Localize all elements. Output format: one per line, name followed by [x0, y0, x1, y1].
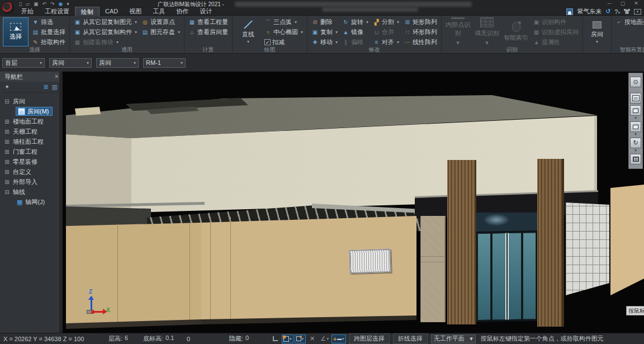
expand-icon[interactable]: ⊞: [4, 149, 10, 155]
dynamic-input-toggle[interactable]: +▬▾: [332, 334, 346, 343]
smart-index-button[interactable]: 智能索引: [503, 17, 529, 46]
panel-view-icon[interactable]: ▥: [52, 83, 58, 91]
sidebar-item-external-import[interactable]: ⊞外部导入: [0, 177, 62, 187]
maximize-icon[interactable]: ▢: [616, 0, 629, 7]
offset-button[interactable]: ∥偏移: [341, 37, 370, 47]
save-element-button[interactable]: ▤图元存盘: [140, 27, 181, 37]
orbit-button[interactable]: ⊙: [630, 77, 641, 87]
minimize-icon[interactable]: ─: [603, 0, 616, 7]
view-iso-button[interactable]: [630, 121, 641, 132]
view-room-quantity-button[interactable]: ⌂查看房间量: [187, 27, 229, 37]
ucs-toggle[interactable]: [269, 334, 281, 343]
chevron-down-icon[interactable]: ▾: [634, 132, 637, 136]
expand-icon[interactable]: ⊞: [4, 119, 10, 125]
sidebar-item-wall-column-works[interactable]: ⊞墙柱面工程: [0, 136, 62, 147]
sidebar-item-custom[interactable]: ⊞自定义: [0, 167, 62, 177]
tab-view[interactable]: 视图: [124, 7, 147, 16]
tab-project-settings[interactable]: 工程设置: [39, 7, 75, 16]
chevron-down-icon[interactable]: ▾: [634, 148, 637, 152]
align-button[interactable]: ≡对齐: [372, 37, 400, 47]
floor-select[interactable]: 首层▾: [2, 58, 45, 68]
table-view-button[interactable]: [630, 154, 641, 164]
three-point-arc-button[interactable]: ⌒三点弧: [263, 17, 304, 27]
sidebar-item-axis-grid[interactable]: ▦轴网(J): [0, 197, 62, 207]
select-tool-button[interactable]: 选择: [3, 17, 29, 46]
open-folder-icon[interactable]: ▱: [26, 1, 30, 7]
collapse-ribbon-icon[interactable]: ▾: [634, 9, 641, 15]
customize-toolbar-icon[interactable]: ▾: [67, 1, 69, 7]
undo-icon[interactable]: ↶: [42, 1, 46, 7]
locate-icon[interactable]: ✦: [4, 83, 10, 91]
generate-by-floor-button[interactable]: ⌐按地面生成: [614, 17, 644, 27]
copy-button[interactable]: ▣复制: [310, 27, 339, 37]
user-avatar[interactable]: [566, 8, 573, 15]
polar-tracking-toggle[interactable]: ∠▾: [319, 334, 330, 343]
tab-tools[interactable]: 工具: [147, 7, 171, 16]
theme-icon[interactable]: [624, 9, 630, 14]
deduction-checkbox[interactable]: ✓扣减: [263, 37, 304, 47]
user-name[interactable]: 紫气东来: [577, 7, 602, 16]
category-select[interactable]: 房间▾: [49, 58, 92, 68]
mirror-button[interactable]: ▲镜像: [341, 27, 370, 37]
fill-recognize-button[interactable]: 填充识别 ▾: [473, 17, 500, 46]
redo-icon[interactable]: ↷: [50, 1, 55, 7]
app-logo-icon[interactable]: [2, 2, 14, 14]
sidebar-item-axis[interactable]: ⊟轴线: [0, 187, 62, 197]
sidebar-splitter[interactable]: [59, 72, 62, 333]
refresh-view-button[interactable]: ↻: [630, 138, 641, 148]
expand-icon[interactable]: ⊞: [4, 159, 10, 165]
sync-icon[interactable]: ↺: [605, 8, 610, 15]
inner-point-recognize-button[interactable]: 内部点识别 ▾: [444, 17, 471, 46]
pick-component-button[interactable]: ✎拾取构件: [31, 37, 67, 47]
create-deco-block-button[interactable]: ▦创建装饰块: [73, 37, 138, 47]
room-button[interactable]: 房间 ▾: [586, 17, 608, 46]
chevron-down-icon[interactable]: ▾: [634, 116, 637, 120]
line-array-button[interactable]: ⋯线性阵列: [402, 37, 438, 47]
help-icon[interactable]: ?▾: [614, 8, 620, 15]
erase-button[interactable]: ⊘删除: [310, 17, 339, 27]
filter-button[interactable]: ▼筛选: [31, 17, 67, 27]
workplane-select[interactable]: 无工作平面▾: [431, 334, 476, 343]
split-button[interactable]: ▞分割: [372, 17, 400, 27]
sidebar-close-icon[interactable]: ✕: [54, 74, 59, 79]
rotate-button[interactable]: ↻旋转: [341, 17, 370, 27]
copy-from-other-layer-component-button[interactable]: ▣从其它层复制构件: [73, 27, 138, 37]
element-select[interactable]: RM-1▾: [143, 58, 186, 68]
expand-icon[interactable]: ⊞: [4, 129, 10, 135]
ring-array-button[interactable]: ∷环形阵列: [402, 27, 438, 37]
sidebar-item-door-window-works[interactable]: ⊞门窗工程: [0, 147, 62, 157]
expand-icon[interactable]: ⊞: [4, 169, 10, 175]
sidebar-item-room-group[interactable]: ⊟房间: [0, 96, 62, 106]
crosshair-toggle[interactable]: ✕: [307, 334, 318, 343]
list-view-icon[interactable]: ≣: [43, 83, 48, 91]
view-3d-button[interactable]: [630, 105, 641, 116]
tab-collaborate[interactable]: 协作: [171, 7, 194, 16]
tab-design[interactable]: 设计: [194, 7, 217, 16]
polyline-select-button[interactable]: 折线选择: [393, 333, 428, 344]
collapse-icon[interactable]: ⊟: [4, 98, 10, 105]
tab-start[interactable]: 开始: [16, 7, 39, 16]
set-origin-button[interactable]: ◎设置原点: [140, 17, 181, 27]
expand-icon[interactable]: ⊞: [4, 179, 10, 185]
snap-toggle[interactable]: ▾: [282, 334, 293, 343]
line-tool-button[interactable]: 直线 ▾: [235, 17, 261, 46]
cross-layer-select-button[interactable]: 跨图层选择: [349, 333, 390, 344]
save-icon[interactable]: ▣: [34, 1, 39, 7]
sidebar-item-room-m[interactable]: ⌂房间(M): [0, 106, 62, 116]
close-icon[interactable]: ✕: [629, 0, 643, 7]
merge-button[interactable]: ⊔合并: [372, 27, 400, 37]
rect-array-button[interactable]: ⊞矩形阵列: [402, 17, 438, 27]
object-snap-3d-toggle[interactable]: ▾: [295, 334, 306, 343]
cloud-icon[interactable]: ◉: [58, 1, 63, 7]
expand-icon[interactable]: ⊞: [4, 139, 10, 145]
sidebar-item-ceiling-works[interactable]: ⊞天棚工程: [0, 126, 62, 136]
tab-draw[interactable]: 绘制: [75, 7, 100, 16]
view-quantity-button[interactable]: ▦查看工程量: [187, 17, 229, 27]
3d-viewport[interactable]: Z X ⊙ 2D ▾ ▾ ↻ ▾ 按鼠标左: [63, 72, 644, 333]
tab-cad[interactable]: CAD: [100, 7, 124, 16]
recognize-component-button[interactable]: ▣识别构件: [532, 17, 580, 27]
recognize-virtual-room-button[interactable]: ▦识别虚拟房间: [532, 27, 580, 37]
collapse-icon[interactable]: ⊟: [4, 189, 10, 195]
copy-from-other-layer-element-button[interactable]: ▣从其它层复制图元: [73, 17, 138, 27]
batch-select-button[interactable]: ▤批量选择: [31, 27, 67, 37]
